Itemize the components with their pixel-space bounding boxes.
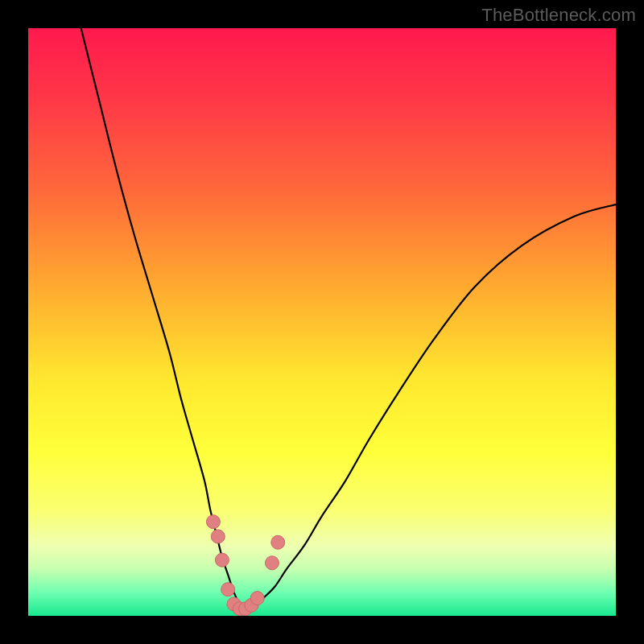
watermark-text: TheBottleneck.com: [481, 5, 636, 26]
curve-marker: [265, 556, 279, 570]
curve-marker: [221, 583, 235, 597]
curve-marker: [211, 530, 225, 543]
curve-marker: [215, 553, 229, 567]
curve-markers: [206, 515, 284, 616]
bottleneck-curve: [81, 28, 616, 611]
curve-layer: [28, 28, 616, 616]
plot-area: [28, 28, 616, 616]
curve-marker: [206, 515, 220, 529]
chart-frame: TheBottleneck.com: [0, 0, 644, 644]
curve-marker: [271, 535, 285, 549]
curve-marker: [250, 592, 264, 605]
